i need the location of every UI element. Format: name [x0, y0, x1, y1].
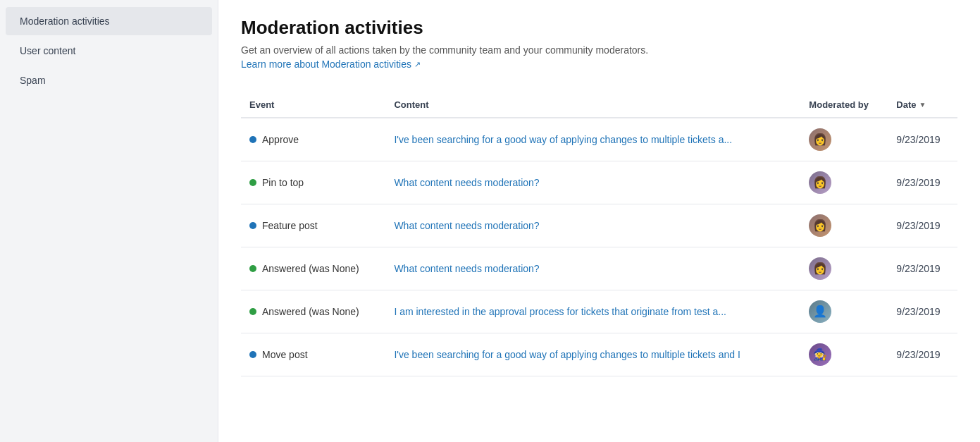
content-link[interactable]: What content needs moderation?: [394, 263, 792, 274]
status-dot: [249, 308, 256, 315]
col-moderated-by: Moderated by: [800, 92, 888, 118]
content-link[interactable]: I am interested in the approval process …: [394, 306, 792, 317]
date-cell: 9/23/2019: [888, 333, 957, 376]
date-cell: 9/23/2019: [888, 247, 957, 290]
event-cell: Answered (was None): [241, 247, 385, 290]
status-dot: [249, 222, 256, 229]
moderator-cell: 👩: [800, 161, 888, 204]
event-cell: Answered (was None): [241, 290, 385, 333]
moderator-cell: 👩: [800, 204, 888, 247]
content-cell: I've been searching for a good way of ap…: [385, 333, 800, 376]
date-cell: 9/23/2019: [888, 161, 957, 204]
table-row: Pin to top What content needs moderation…: [241, 161, 957, 204]
table-row: Approve I've been searching for a good w…: [241, 118, 957, 161]
status-dot: [249, 265, 256, 272]
sidebar-item-user-content[interactable]: User content: [6, 37, 212, 65]
table-row: Move post I've been searching for a good…: [241, 333, 957, 376]
event-label: Feature post: [262, 220, 318, 231]
event-cell: Move post: [241, 333, 385, 376]
avatar: 👤: [809, 300, 831, 323]
learn-more-link[interactable]: Learn more about Moderation activities ↗: [241, 59, 421, 70]
event-cell: Pin to top: [241, 161, 385, 204]
avatar-face: 👩: [813, 220, 827, 231]
moderator-cell: 🧙: [800, 333, 888, 376]
content-cell: What content needs moderation?: [385, 161, 800, 204]
table-row: Feature post What content needs moderati…: [241, 204, 957, 247]
moderator-cell: 👩: [800, 118, 888, 161]
event-label: Move post: [262, 349, 308, 360]
date-cell: 9/23/2019: [888, 290, 957, 333]
avatar-face: 👩: [813, 134, 827, 145]
avatar-face: 🧙: [813, 349, 827, 360]
page-subtitle: Get an overview of all actions taken by …: [241, 44, 957, 56]
content-link[interactable]: What content needs moderation?: [394, 177, 792, 188]
avatar: 🧙: [809, 343, 831, 366]
moderator-cell: 👩: [800, 247, 888, 290]
col-date[interactable]: Date ▼: [888, 92, 957, 118]
status-dot: [249, 351, 256, 358]
external-link-icon: ↗: [414, 60, 421, 69]
date-cell: 9/23/2019: [888, 118, 957, 161]
event-label: Answered (was None): [262, 306, 359, 317]
avatar: 👩: [809, 128, 831, 151]
table-row: Answered (was None) I am interested in t…: [241, 290, 957, 333]
content-link[interactable]: I've been searching for a good way of ap…: [394, 134, 792, 145]
event-cell: Approve: [241, 118, 385, 161]
sidebar: Moderation activities User content Spam: [0, 0, 218, 442]
avatar-face: 👩: [813, 263, 827, 274]
moderation-table: Event Content Moderated by Date ▼: [241, 92, 957, 376]
event-cell: Feature post: [241, 204, 385, 247]
content-link[interactable]: I've been searching for a good way of ap…: [394, 349, 792, 360]
sidebar-item-spam[interactable]: Spam: [6, 66, 212, 94]
content-cell: I am interested in the approval process …: [385, 290, 800, 333]
avatar: 👩: [809, 171, 831, 194]
col-content: Content: [385, 92, 800, 118]
col-event: Event: [241, 92, 385, 118]
main-content: Moderation activities Get an overview of…: [218, 0, 980, 442]
avatar: 👩: [809, 257, 831, 280]
page-title: Moderation activities: [241, 17, 957, 39]
status-dot: [249, 179, 256, 186]
content-cell: What content needs moderation?: [385, 204, 800, 247]
avatar-face: 👩: [813, 177, 827, 188]
event-label: Pin to top: [262, 177, 304, 188]
date-cell: 9/23/2019: [888, 204, 957, 247]
table-row: Answered (was None) What content needs m…: [241, 247, 957, 290]
avatar: 👩: [809, 214, 831, 237]
content-link[interactable]: What content needs moderation?: [394, 220, 792, 231]
avatar-face: 👤: [813, 306, 827, 317]
event-label: Answered (was None): [262, 263, 359, 274]
status-dot: [249, 136, 256, 143]
event-label: Approve: [262, 134, 299, 145]
sidebar-item-moderation-activities[interactable]: Moderation activities: [6, 7, 212, 35]
content-cell: I've been searching for a good way of ap…: [385, 118, 800, 161]
content-cell: What content needs moderation?: [385, 247, 800, 290]
moderator-cell: 👤: [800, 290, 888, 333]
sort-icon: ▼: [919, 101, 926, 109]
